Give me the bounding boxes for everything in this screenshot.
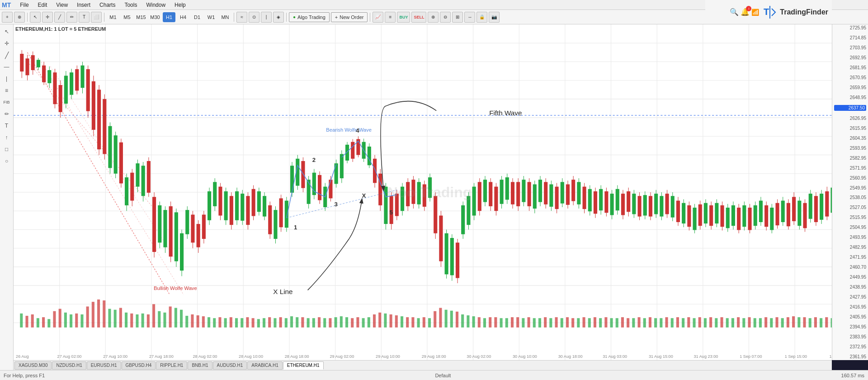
tf-m1[interactable]: M1	[107, 12, 119, 22]
svg-rect-153	[335, 163, 338, 184]
crosshair-tool[interactable]: ✛	[1, 38, 12, 49]
new-order-btn[interactable]: + New Order	[331, 12, 368, 22]
tab-gbpusd[interactable]: GBPUSD.H4	[122, 361, 156, 370]
sell-btn[interactable]: SELL	[411, 12, 426, 23]
chart-type-btn[interactable]: ≈	[236, 12, 247, 23]
svg-rect-225	[533, 184, 537, 209]
fix-scale-btn[interactable]: 🔒	[476, 12, 487, 23]
menu-tools[interactable]: Tools	[123, 1, 139, 9]
pen-tool[interactable]: ✏	[1, 109, 12, 119]
tf-h4[interactable]: H4	[177, 12, 189, 22]
svg-rect-55	[64, 76, 68, 104]
svg-rect-371	[191, 314, 193, 328]
tf-d1[interactable]: D1	[191, 12, 203, 22]
svg-rect-261	[632, 194, 636, 214]
menu-view[interactable]: View	[54, 1, 70, 9]
svg-rect-345	[47, 319, 50, 328]
tf-m30[interactable]: M30	[149, 12, 161, 22]
grid-btn[interactable]: ⊞	[452, 12, 463, 23]
svg-rect-376	[218, 317, 221, 328]
tab-eurusd[interactable]: EURUSD.H1	[87, 361, 121, 370]
label-2: 2	[312, 157, 316, 163]
period-sep-btn[interactable]: |	[261, 12, 272, 23]
svg-rect-459	[676, 317, 679, 328]
price-2593: 2593.95	[834, 146, 866, 151]
rectangle-tool[interactable]: □	[1, 144, 12, 155]
svg-rect-319	[792, 197, 796, 221]
svg-rect-301	[742, 205, 746, 227]
svg-rect-103	[197, 224, 200, 247]
notification-icon[interactable]: 🔔 !	[741, 8, 750, 16]
tf-m15[interactable]: M15	[135, 12, 147, 22]
price-scale: 2725.95 2714.85 2703.95 2692.95 2681.95 …	[832, 24, 868, 360]
menu-file[interactable]: File	[18, 1, 30, 9]
new-chart-btn[interactable]: +	[2, 12, 13, 23]
template-btn[interactable]: ◈	[273, 12, 284, 23]
tab-ethereum[interactable]: ETHEREUM.H1	[283, 361, 324, 370]
svg-rect-483	[809, 318, 811, 328]
line-tool[interactable]: ╱	[1, 50, 12, 61]
svg-rect-430	[516, 317, 519, 328]
cursor-tool[interactable]: ↖	[1, 26, 12, 37]
svg-rect-423	[478, 317, 481, 328]
svg-rect-417	[445, 310, 448, 328]
svg-text:28 Aug 10:00: 28 Aug 10:00	[239, 354, 263, 359]
pen-btn[interactable]: ✏	[66, 12, 77, 23]
line-btn[interactable]: ╱	[54, 12, 65, 23]
sep1	[27, 13, 28, 22]
search-icon-top[interactable]: 🔍	[730, 8, 739, 16]
crosshair-btn[interactable]: ✛	[42, 12, 53, 23]
svg-rect-439	[566, 317, 569, 328]
tf-w1[interactable]: W1	[205, 12, 217, 22]
zoom-chart-in[interactable]: ⊕	[428, 12, 439, 23]
menu-edit[interactable]: Edit	[36, 1, 49, 9]
buy-btn[interactable]: BUY	[397, 12, 410, 23]
vline-tool[interactable]: |	[1, 73, 12, 84]
svg-rect-107	[208, 191, 211, 220]
price-2515: 2515.95	[834, 215, 866, 220]
menu-charts[interactable]: Charts	[98, 1, 117, 9]
price-2460: 2460.70	[834, 265, 866, 270]
svg-rect-323	[803, 203, 807, 228]
tf-m5[interactable]: M5	[121, 12, 133, 22]
text-tool[interactable]: T	[1, 120, 12, 131]
channel-tool[interactable]: ≡	[1, 85, 12, 96]
svg-rect-344	[42, 317, 45, 328]
arrow-tool[interactable]: ↑	[1, 132, 12, 143]
label-4: 4	[356, 127, 359, 134]
signals-btn[interactable]: ≡	[385, 12, 396, 23]
cursor-btn[interactable]: ↖	[30, 12, 41, 23]
svg-rect-77	[125, 177, 128, 205]
chart-area[interactable]: Noo Trading ETHEREUM,H1: 1 LOT = 5 ETHER…	[14, 24, 845, 360]
text-btn[interactable]: T	[79, 12, 90, 23]
tab-nzdusd[interactable]: NZDUSD.H1	[52, 361, 86, 370]
chart-analysis-btn[interactable]: 📈	[373, 12, 383, 23]
svg-rect-223	[528, 182, 531, 206]
indicators-btn[interactable]: ⊙	[249, 12, 259, 23]
tab-audusd[interactable]: AUDUSD.H1	[213, 361, 247, 370]
tab-bnb[interactable]: BNB.H1	[188, 361, 212, 370]
hline-tool[interactable]: —	[1, 62, 12, 72]
auto-scroll-btn[interactable]: ↔	[464, 12, 475, 23]
x-line-label: X Line	[273, 288, 292, 295]
algo-trading-btn[interactable]: ● Algo Trading	[289, 12, 330, 22]
tab-ripple[interactable]: RIPPLE.H1	[156, 361, 187, 370]
tab-xagusd[interactable]: XAGUSD.M30	[14, 361, 52, 370]
svg-rect-131	[274, 210, 277, 239]
zoom-chart-out[interactable]: ⊖	[440, 12, 451, 23]
menu-window[interactable]: Window	[144, 1, 167, 9]
chart-svg[interactable]: Bullish Wolfe Wave Bearish Wolfe Wave 1 …	[14, 24, 845, 360]
shapes-btn[interactable]: ⬜	[91, 12, 102, 23]
menu-help[interactable]: Help	[173, 1, 188, 9]
tf-h1[interactable]: H1	[163, 12, 175, 22]
fib-tool[interactable]: FIB	[1, 97, 12, 108]
zoom-in-btn[interactable]: ⊕	[14, 12, 25, 23]
ellipse-tool[interactable]: ○	[1, 156, 12, 166]
tab-arabica[interactable]: ARABICA.H1	[247, 361, 282, 370]
screenshot-btn[interactable]: 📷	[489, 12, 500, 23]
tf-mn[interactable]: MN	[219, 12, 231, 22]
svg-rect-437	[555, 317, 558, 328]
svg-rect-115	[230, 196, 233, 225]
svg-rect-285	[698, 204, 702, 226]
menu-insert[interactable]: Insert	[75, 1, 92, 9]
